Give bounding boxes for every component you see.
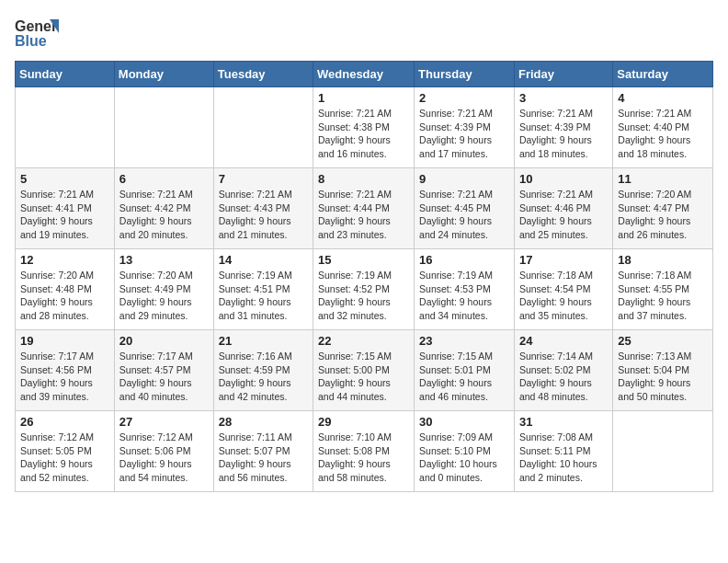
day-info: Sunrise: 7:19 AM Sunset: 4:52 PM Dayligh… [318, 269, 409, 323]
calendar-cell [16, 87, 115, 168]
calendar-week-row: 5Sunrise: 7:21 AM Sunset: 4:41 PM Daylig… [16, 168, 713, 249]
calendar-week-row: 26Sunrise: 7:12 AM Sunset: 5:05 PM Dayli… [16, 411, 713, 492]
day-info: Sunrise: 7:17 AM Sunset: 4:57 PM Dayligh… [119, 350, 209, 404]
calendar-cell: 18Sunrise: 7:18 AM Sunset: 4:55 PM Dayli… [613, 249, 713, 330]
calendar-header-friday: Friday [514, 62, 612, 87]
calendar-cell: 26Sunrise: 7:12 AM Sunset: 5:05 PM Dayli… [16, 411, 115, 492]
day-number: 19 [20, 334, 109, 348]
calendar-week-row: 19Sunrise: 7:17 AM Sunset: 4:56 PM Dayli… [16, 330, 713, 411]
day-info: Sunrise: 7:19 AM Sunset: 4:51 PM Dayligh… [219, 269, 308, 323]
calendar-cell: 21Sunrise: 7:16 AM Sunset: 4:59 PM Dayli… [213, 330, 313, 411]
day-number: 13 [119, 253, 209, 267]
day-info: Sunrise: 7:21 AM Sunset: 4:39 PM Dayligh… [519, 107, 608, 161]
day-info: Sunrise: 7:21 AM Sunset: 4:39 PM Dayligh… [419, 107, 509, 161]
calendar-cell: 15Sunrise: 7:19 AM Sunset: 4:52 PM Dayli… [313, 249, 415, 330]
day-number: 25 [618, 334, 708, 348]
calendar-header-wednesday: Wednesday [313, 62, 415, 87]
day-info: Sunrise: 7:09 AM Sunset: 5:10 PM Dayligh… [419, 431, 509, 485]
day-info: Sunrise: 7:12 AM Sunset: 5:06 PM Dayligh… [119, 431, 209, 485]
calendar-cell: 27Sunrise: 7:12 AM Sunset: 5:06 PM Dayli… [114, 411, 213, 492]
calendar-cell: 13Sunrise: 7:20 AM Sunset: 4:49 PM Dayli… [114, 249, 213, 330]
day-info: Sunrise: 7:18 AM Sunset: 4:54 PM Dayligh… [519, 269, 608, 323]
calendar-cell: 9Sunrise: 7:21 AM Sunset: 4:45 PM Daylig… [415, 168, 515, 249]
day-number: 27 [119, 415, 209, 429]
day-number: 12 [20, 253, 109, 267]
day-info: Sunrise: 7:21 AM Sunset: 4:45 PM Dayligh… [419, 188, 509, 242]
day-info: Sunrise: 7:21 AM Sunset: 4:46 PM Dayligh… [519, 188, 608, 242]
day-number: 21 [219, 334, 308, 348]
day-info: Sunrise: 7:11 AM Sunset: 5:07 PM Dayligh… [219, 431, 308, 485]
calendar-cell: 3Sunrise: 7:21 AM Sunset: 4:39 PM Daylig… [514, 87, 612, 168]
day-number: 4 [618, 91, 708, 105]
calendar-cell: 29Sunrise: 7:10 AM Sunset: 5:08 PM Dayli… [313, 411, 415, 492]
calendar-cell: 31Sunrise: 7:08 AM Sunset: 5:11 PM Dayli… [514, 411, 612, 492]
calendar-cell: 12Sunrise: 7:20 AM Sunset: 4:48 PM Dayli… [16, 249, 115, 330]
calendar-table: SundayMondayTuesdayWednesdayThursdayFrid… [15, 61, 713, 492]
day-number: 6 [119, 172, 209, 186]
day-info: Sunrise: 7:21 AM Sunset: 4:43 PM Dayligh… [219, 188, 308, 242]
calendar-cell: 2Sunrise: 7:21 AM Sunset: 4:39 PM Daylig… [415, 87, 515, 168]
calendar-cell: 30Sunrise: 7:09 AM Sunset: 5:10 PM Dayli… [415, 411, 515, 492]
day-info: Sunrise: 7:21 AM Sunset: 4:38 PM Dayligh… [318, 107, 409, 161]
day-info: Sunrise: 7:20 AM Sunset: 4:48 PM Dayligh… [20, 269, 109, 323]
day-info: Sunrise: 7:15 AM Sunset: 5:01 PM Dayligh… [419, 350, 509, 404]
calendar-cell [114, 87, 213, 168]
day-number: 8 [318, 172, 409, 186]
day-info: Sunrise: 7:21 AM Sunset: 4:44 PM Dayligh… [318, 188, 409, 242]
calendar-cell: 5Sunrise: 7:21 AM Sunset: 4:41 PM Daylig… [16, 168, 115, 249]
day-number: 31 [519, 415, 608, 429]
day-number: 26 [20, 415, 109, 429]
calendar-cell: 20Sunrise: 7:17 AM Sunset: 4:57 PM Dayli… [114, 330, 213, 411]
calendar-header-row: SundayMondayTuesdayWednesdayThursdayFrid… [16, 62, 713, 87]
day-info: Sunrise: 7:13 AM Sunset: 5:04 PM Dayligh… [618, 350, 708, 404]
day-number: 7 [219, 172, 308, 186]
day-number: 29 [318, 415, 409, 429]
day-info: Sunrise: 7:21 AM Sunset: 4:41 PM Dayligh… [20, 188, 109, 242]
day-number: 10 [519, 172, 608, 186]
calendar-week-row: 1Sunrise: 7:21 AM Sunset: 4:38 PM Daylig… [16, 87, 713, 168]
day-number: 28 [219, 415, 308, 429]
day-number: 18 [618, 253, 708, 267]
calendar-cell: 7Sunrise: 7:21 AM Sunset: 4:43 PM Daylig… [213, 168, 313, 249]
day-number: 11 [618, 172, 708, 186]
header: General Blue [15, 15, 713, 52]
day-info: Sunrise: 7:21 AM Sunset: 4:42 PM Dayligh… [119, 188, 209, 242]
day-info: Sunrise: 7:14 AM Sunset: 5:02 PM Dayligh… [519, 350, 608, 404]
day-info: Sunrise: 7:12 AM Sunset: 5:05 PM Dayligh… [20, 431, 109, 485]
day-number: 1 [318, 91, 409, 105]
calendar-week-row: 12Sunrise: 7:20 AM Sunset: 4:48 PM Dayli… [16, 249, 713, 330]
calendar-header-monday: Monday [114, 62, 213, 87]
calendar-header-tuesday: Tuesday [213, 62, 313, 87]
calendar-cell [213, 87, 313, 168]
day-number: 20 [119, 334, 209, 348]
day-info: Sunrise: 7:21 AM Sunset: 4:40 PM Dayligh… [618, 107, 708, 161]
calendar-cell: 28Sunrise: 7:11 AM Sunset: 5:07 PM Dayli… [213, 411, 313, 492]
day-info: Sunrise: 7:19 AM Sunset: 4:53 PM Dayligh… [419, 269, 509, 323]
day-info: Sunrise: 7:16 AM Sunset: 4:59 PM Dayligh… [219, 350, 308, 404]
day-info: Sunrise: 7:15 AM Sunset: 5:00 PM Dayligh… [318, 350, 409, 404]
calendar-header-thursday: Thursday [415, 62, 515, 87]
calendar-cell: 17Sunrise: 7:18 AM Sunset: 4:54 PM Dayli… [514, 249, 612, 330]
day-number: 24 [519, 334, 608, 348]
day-number: 9 [419, 172, 509, 186]
calendar-cell: 24Sunrise: 7:14 AM Sunset: 5:02 PM Dayli… [514, 330, 612, 411]
calendar-cell: 22Sunrise: 7:15 AM Sunset: 5:00 PM Dayli… [313, 330, 415, 411]
calendar-cell: 8Sunrise: 7:21 AM Sunset: 4:44 PM Daylig… [313, 168, 415, 249]
calendar-cell: 16Sunrise: 7:19 AM Sunset: 4:53 PM Dayli… [415, 249, 515, 330]
day-info: Sunrise: 7:17 AM Sunset: 4:56 PM Dayligh… [20, 350, 109, 404]
calendar-cell: 10Sunrise: 7:21 AM Sunset: 4:46 PM Dayli… [514, 168, 612, 249]
calendar-cell: 11Sunrise: 7:20 AM Sunset: 4:47 PM Dayli… [613, 168, 713, 249]
day-info: Sunrise: 7:20 AM Sunset: 4:47 PM Dayligh… [618, 188, 708, 242]
page-container: General Blue SundayMondayTuesdayWednesda… [0, 0, 728, 500]
day-info: Sunrise: 7:20 AM Sunset: 4:49 PM Dayligh… [119, 269, 209, 323]
day-number: 16 [419, 253, 509, 267]
day-number: 22 [318, 334, 409, 348]
logo-icon: General Blue [15, 15, 59, 52]
day-info: Sunrise: 7:18 AM Sunset: 4:55 PM Dayligh… [618, 269, 708, 323]
calendar-cell: 4Sunrise: 7:21 AM Sunset: 4:40 PM Daylig… [613, 87, 713, 168]
calendar-header-sunday: Sunday [16, 62, 115, 87]
calendar-cell: 6Sunrise: 7:21 AM Sunset: 4:42 PM Daylig… [114, 168, 213, 249]
calendar-cell: 14Sunrise: 7:19 AM Sunset: 4:51 PM Dayli… [213, 249, 313, 330]
calendar-cell: 23Sunrise: 7:15 AM Sunset: 5:01 PM Dayli… [415, 330, 515, 411]
svg-text:Blue: Blue [15, 33, 47, 49]
